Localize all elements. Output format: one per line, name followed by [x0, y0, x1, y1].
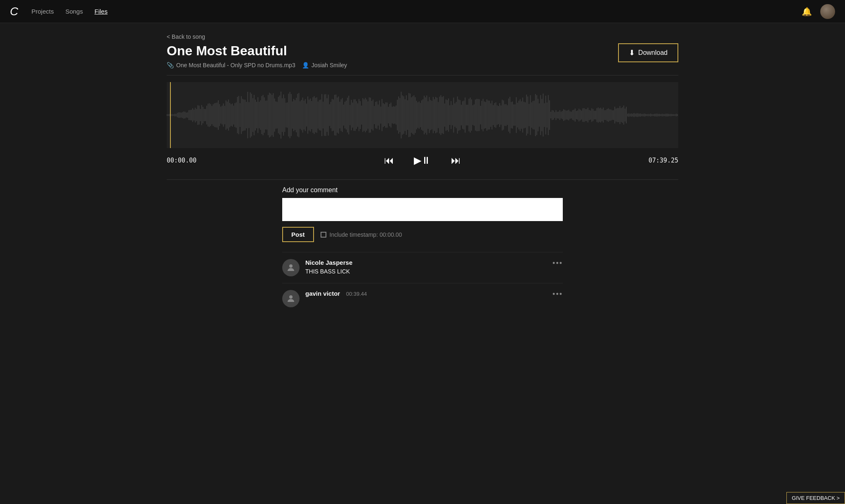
- current-time: 00:00.00: [167, 157, 196, 164]
- playback-controls: ⏮ ▶⏸ ⏭: [382, 153, 463, 168]
- waveform-section: 00:00.00 ⏮ ▶⏸ ⏭ 07:39.25: [167, 82, 678, 173]
- person-icon: 👤: [302, 62, 309, 68]
- timestamp-checkbox[interactable]: [321, 232, 326, 238]
- comment-input[interactable]: [282, 198, 563, 221]
- file-name-item: 📎 One Most Beautiful - Only SPD no Drums…: [167, 62, 295, 68]
- nav-right: 🔔: [802, 4, 835, 19]
- comment-item: Nicole Jasperse THIS BASS LICK •••: [282, 252, 563, 283]
- user-avatar[interactable]: [820, 4, 835, 19]
- svg-point-1: [289, 295, 293, 299]
- navigation: C Projects Songs Files 🔔: [0, 0, 845, 23]
- download-button[interactable]: ⬇ Download: [618, 43, 678, 62]
- timestamp-option: Include timestamp: 00:00.00: [321, 231, 402, 238]
- uploader-name: Josiah Smiley: [312, 62, 347, 68]
- nav-files[interactable]: Files: [94, 6, 108, 16]
- comment-text-0: THIS BASS LICK: [305, 268, 563, 275]
- file-info: 📎 One Most Beautiful - Only SPD no Drums…: [167, 62, 347, 68]
- post-button[interactable]: Post: [282, 227, 314, 242]
- comment-author-0: Nicole Jasperse: [305, 259, 352, 266]
- comment-more-1[interactable]: •••: [552, 290, 563, 299]
- logo: C: [10, 5, 18, 18]
- comment-ts-1: 00:39.44: [346, 291, 367, 297]
- comment-body-1: gavin victor 00:39.44: [305, 290, 563, 299]
- paperclip-icon: 📎: [167, 62, 174, 68]
- comment-author-1: gavin victor: [305, 290, 340, 297]
- timestamp-label-text: Include timestamp: 00:00.00: [330, 231, 402, 238]
- avatar-image: [820, 4, 835, 19]
- divider-bottom: [167, 179, 678, 180]
- svg-point-0: [289, 264, 293, 268]
- comment-label: Add your comment: [282, 186, 563, 194]
- feedback-button[interactable]: GIVE FEEDBACK >: [786, 492, 845, 504]
- play-pause-button[interactable]: ▶⏸: [412, 153, 433, 168]
- avatar-icon-1: [286, 294, 296, 304]
- playhead: [170, 82, 171, 148]
- waveform-container[interactable]: [167, 82, 678, 148]
- download-label: Download: [638, 49, 668, 57]
- nav-links: Projects Songs Files: [31, 6, 802, 16]
- notification-bell-icon[interactable]: 🔔: [802, 7, 812, 16]
- song-header: One Most Beautiful 📎 One Most Beautiful …: [167, 43, 347, 68]
- file-name: One Most Beautiful - Only SPD no Drums.m…: [176, 62, 295, 68]
- comment-avatar-1: [282, 290, 300, 307]
- uploader-item: 👤 Josiah Smiley: [302, 62, 347, 68]
- header-row: One Most Beautiful 📎 One Most Beautiful …: [167, 43, 678, 68]
- main-content: < Back to song One Most Beautiful 📎 One …: [134, 23, 711, 324]
- divider-top: [167, 75, 678, 75]
- comment-body-0: Nicole Jasperse THIS BASS LICK: [305, 259, 563, 275]
- time-row: 00:00.00 ⏮ ▶⏸ ⏭ 07:39.25: [167, 148, 678, 173]
- song-title: One Most Beautiful: [167, 43, 347, 59]
- fast-forward-button[interactable]: ⏭: [449, 153, 463, 168]
- avatar-icon-0: [286, 263, 296, 273]
- rewind-button[interactable]: ⏮: [382, 153, 396, 168]
- comments-list: Nicole Jasperse THIS BASS LICK ••• gavin…: [282, 252, 563, 314]
- nav-songs[interactable]: Songs: [65, 6, 83, 16]
- comment-actions: Post Include timestamp: 00:00.00: [282, 227, 563, 242]
- comment-more-0[interactable]: •••: [552, 259, 563, 268]
- comment-avatar-0: [282, 259, 300, 276]
- comment-item-1: gavin victor 00:39.44 •••: [282, 283, 563, 314]
- comment-section: Add your comment Post Include timestamp:…: [282, 186, 563, 314]
- total-time: 07:39.25: [649, 157, 678, 164]
- back-to-song-link[interactable]: < Back to song: [167, 33, 205, 40]
- download-icon: ⬇: [629, 48, 635, 57]
- waveform-canvas: [167, 82, 678, 148]
- nav-projects[interactable]: Projects: [31, 6, 54, 16]
